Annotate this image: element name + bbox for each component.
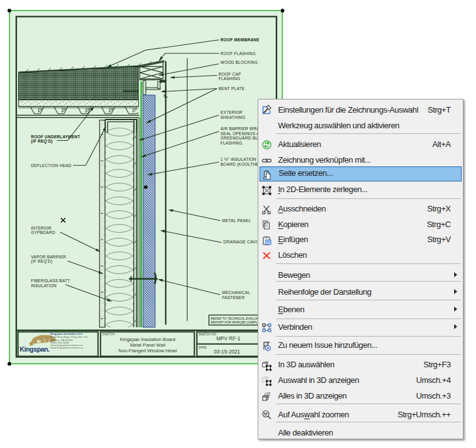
svg-text:Non-Flanged Window Head: Non-Flanged Window Head <box>118 348 176 354</box>
svg-text:BOARD (KOOLTHE: BOARD (KOOLTHE <box>221 162 260 167</box>
svg-text:SKETCH:: SKETCH: <box>103 333 116 336</box>
svg-text:MPV RF-1: MPV RF-1 <box>216 336 241 342</box>
svg-text:INSULATION: INSULATION <box>31 283 57 288</box>
svg-text:SHEATHING: SHEATHING <box>221 115 246 120</box>
svg-text:03-15-2021: 03-15-2021 <box>214 349 240 355</box>
svg-text:DEFLECTION HEAD: DEFLECTION HEAD <box>31 163 72 168</box>
svg-text:DATE:: DATE: <box>199 346 208 349</box>
svg-text:METAL PANEL: METAL PANEL <box>222 218 251 223</box>
svg-text:(IF REQ'D): (IF REQ'D) <box>31 259 53 264</box>
svg-text:AIR BARRIER WRAP.: AIR BARRIER WRAP. <box>221 126 263 131</box>
svg-text:ROOF CAP: ROOF CAP <box>219 72 241 76</box>
svg-text:SEAL OPENINGS A: SEAL OPENINGS A <box>221 131 260 136</box>
svg-text:www.kingspaninsulation.ca: www.kingspaninsulation.ca <box>51 346 84 349</box>
svg-text:FLASHING: FLASHING <box>219 76 241 81</box>
svg-text:GREENGUARD BU: GREENGUARD BU <box>221 136 259 140</box>
svg-text:INTERIOR: INTERIOR <box>31 226 52 230</box>
svg-text:MECHANICAL: MECHANICAL <box>222 290 250 295</box>
svg-text:ROOF UNDERLAYMENT: ROOF UNDERLAYMENT <box>31 135 81 139</box>
svg-text:EXTERIOR: EXTERIOR <box>221 110 243 115</box>
svg-text:FASTENER: FASTENER <box>222 295 245 300</box>
svg-text:(IF REQ'D): (IF REQ'D) <box>31 139 53 144</box>
svg-text:DRAINAGE CAVIT: DRAINAGE CAVIT <box>223 240 260 244</box>
svg-text:VAPOR BARRIER: VAPOR BARRIER <box>31 255 66 259</box>
svg-text:1 ½" INSULATION: 1 ½" INSULATION <box>221 157 256 161</box>
svg-text:ROOF MEMBRANE: ROOF MEMBRANE <box>221 38 260 42</box>
svg-text:Metal Panel Wall: Metal Panel Wall <box>130 342 166 348</box>
svg-text:Kingspan.: Kingspan. <box>20 345 50 353</box>
svg-text:FIBERGLASS BATT: FIBERGLASS BATT <box>31 278 71 283</box>
svg-text:Kingspan Insulation Board: Kingspan Insulation Board <box>120 337 176 342</box>
svg-text:WOOD BLOCKING: WOOD BLOCKING <box>221 60 258 64</box>
svg-text:FLASHING.: FLASHING. <box>221 141 244 145</box>
svg-text:ROOF FLASHING: ROOF FLASHING <box>221 51 256 56</box>
svg-text:SKETCH NO:: SKETCH NO: <box>199 333 217 336</box>
svg-text:GYPBOARD: GYPBOARD <box>31 230 56 235</box>
svg-text:BENT PLATE: BENT PLATE <box>219 86 245 91</box>
